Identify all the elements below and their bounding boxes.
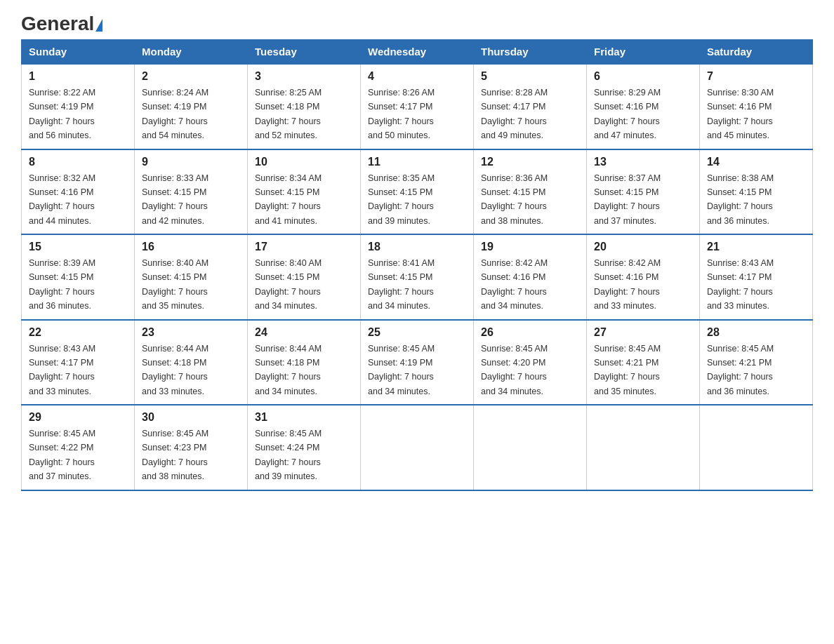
logo: General [21, 14, 102, 34]
calendar-week-row: 15 Sunrise: 8:39 AMSunset: 4:15 PMDaylig… [22, 234, 813, 320]
col-header-saturday: Saturday [700, 40, 813, 65]
day-info: Sunrise: 8:37 AMSunset: 4:15 PMDaylight:… [594, 173, 661, 226]
day-info: Sunrise: 8:29 AMSunset: 4:16 PMDaylight:… [594, 88, 661, 140]
calendar-header-row: SundayMondayTuesdayWednesdayThursdayFrid… [22, 40, 813, 65]
day-info: Sunrise: 8:35 AMSunset: 4:15 PMDaylight:… [368, 173, 435, 226]
day-info: Sunrise: 8:34 AMSunset: 4:15 PMDaylight:… [255, 173, 322, 226]
calendar-cell: 31 Sunrise: 8:45 AMSunset: 4:24 PMDaylig… [248, 405, 361, 490]
day-info: Sunrise: 8:44 AMSunset: 4:18 PMDaylight:… [255, 344, 322, 396]
day-number: 16 [142, 241, 240, 253]
calendar-cell: 11 Sunrise: 8:35 AMSunset: 4:15 PMDaylig… [361, 149, 474, 235]
day-info: Sunrise: 8:41 AMSunset: 4:15 PMDaylight:… [368, 258, 435, 311]
day-number: 19 [481, 241, 579, 253]
day-info: Sunrise: 8:28 AMSunset: 4:17 PMDaylight:… [481, 88, 548, 140]
calendar-table: SundayMondayTuesdayWednesdayThursdayFrid… [21, 39, 813, 491]
calendar-cell: 21 Sunrise: 8:43 AMSunset: 4:17 PMDaylig… [700, 234, 813, 320]
calendar-cell: 16 Sunrise: 8:40 AMSunset: 4:15 PMDaylig… [135, 234, 248, 320]
calendar-cell: 30 Sunrise: 8:45 AMSunset: 4:23 PMDaylig… [135, 405, 248, 490]
calendar-cell [587, 405, 700, 490]
calendar-cell: 19 Sunrise: 8:42 AMSunset: 4:16 PMDaylig… [474, 234, 587, 320]
day-number: 2 [142, 70, 240, 83]
day-info: Sunrise: 8:42 AMSunset: 4:16 PMDaylight:… [594, 258, 661, 311]
day-info: Sunrise: 8:33 AMSunset: 4:15 PMDaylight:… [142, 173, 208, 226]
day-number: 25 [368, 326, 466, 339]
calendar-week-row: 8 Sunrise: 8:32 AMSunset: 4:16 PMDayligh… [22, 149, 813, 235]
calendar-cell [361, 405, 474, 490]
logo-area: General [21, 14, 102, 32]
calendar-week-row: 29 Sunrise: 8:45 AMSunset: 4:22 PMDaylig… [22, 405, 813, 490]
day-number: 11 [368, 156, 466, 168]
day-number: 20 [594, 241, 692, 253]
day-number: 22 [29, 326, 127, 339]
day-info: Sunrise: 8:32 AMSunset: 4:16 PMDaylight:… [29, 173, 95, 226]
day-number: 23 [142, 326, 240, 339]
calendar-cell: 24 Sunrise: 8:44 AMSunset: 4:18 PMDaylig… [248, 320, 361, 405]
calendar-cell: 27 Sunrise: 8:45 AMSunset: 4:21 PMDaylig… [587, 320, 700, 405]
calendar-cell: 12 Sunrise: 8:36 AMSunset: 4:15 PMDaylig… [474, 149, 587, 235]
calendar-cell: 6 Sunrise: 8:29 AMSunset: 4:16 PMDayligh… [587, 64, 700, 149]
day-info: Sunrise: 8:45 AMSunset: 4:24 PMDaylight:… [255, 429, 322, 481]
calendar-cell: 28 Sunrise: 8:45 AMSunset: 4:21 PMDaylig… [700, 320, 813, 405]
day-info: Sunrise: 8:39 AMSunset: 4:15 PMDaylight:… [29, 258, 95, 311]
col-header-friday: Friday [587, 40, 700, 65]
calendar-cell: 7 Sunrise: 8:30 AMSunset: 4:16 PMDayligh… [700, 64, 813, 149]
day-info: Sunrise: 8:40 AMSunset: 4:15 PMDaylight:… [255, 258, 322, 311]
day-number: 15 [29, 241, 127, 253]
calendar-cell: 5 Sunrise: 8:28 AMSunset: 4:17 PMDayligh… [474, 64, 587, 149]
logo-text: General [21, 13, 102, 34]
day-number: 3 [255, 70, 353, 83]
day-number: 24 [255, 326, 353, 339]
calendar-cell: 10 Sunrise: 8:34 AMSunset: 4:15 PMDaylig… [248, 149, 361, 235]
day-number: 7 [707, 70, 805, 83]
day-info: Sunrise: 8:43 AMSunset: 4:17 PMDaylight:… [29, 344, 95, 396]
day-info: Sunrise: 8:24 AMSunset: 4:19 PMDaylight:… [142, 88, 208, 140]
calendar-cell: 15 Sunrise: 8:39 AMSunset: 4:15 PMDaylig… [22, 234, 135, 320]
day-number: 17 [255, 241, 353, 253]
day-info: Sunrise: 8:22 AMSunset: 4:19 PMDaylight:… [29, 88, 95, 140]
col-header-monday: Monday [135, 40, 248, 65]
day-info: Sunrise: 8:36 AMSunset: 4:15 PMDaylight:… [481, 173, 548, 226]
calendar-cell: 2 Sunrise: 8:24 AMSunset: 4:19 PMDayligh… [135, 64, 248, 149]
day-info: Sunrise: 8:45 AMSunset: 4:21 PMDaylight:… [707, 344, 774, 396]
day-info: Sunrise: 8:30 AMSunset: 4:16 PMDaylight:… [707, 88, 774, 140]
col-header-sunday: Sunday [22, 40, 135, 65]
calendar-cell: 3 Sunrise: 8:25 AMSunset: 4:18 PMDayligh… [248, 64, 361, 149]
day-info: Sunrise: 8:45 AMSunset: 4:23 PMDaylight:… [142, 429, 208, 481]
calendar-cell: 23 Sunrise: 8:44 AMSunset: 4:18 PMDaylig… [135, 320, 248, 405]
day-number: 28 [707, 326, 805, 339]
day-number: 9 [142, 156, 240, 168]
day-info: Sunrise: 8:25 AMSunset: 4:18 PMDaylight:… [255, 88, 322, 140]
day-number: 12 [481, 156, 579, 168]
calendar-cell: 26 Sunrise: 8:45 AMSunset: 4:20 PMDaylig… [474, 320, 587, 405]
calendar-cell: 20 Sunrise: 8:42 AMSunset: 4:16 PMDaylig… [587, 234, 700, 320]
col-header-wednesday: Wednesday [361, 40, 474, 65]
day-info: Sunrise: 8:45 AMSunset: 4:20 PMDaylight:… [481, 344, 548, 396]
day-number: 26 [481, 326, 579, 339]
day-number: 21 [707, 241, 805, 253]
calendar-week-row: 1 Sunrise: 8:22 AMSunset: 4:19 PMDayligh… [22, 64, 813, 149]
calendar-cell: 1 Sunrise: 8:22 AMSunset: 4:19 PMDayligh… [22, 64, 135, 149]
calendar-cell: 14 Sunrise: 8:38 AMSunset: 4:15 PMDaylig… [700, 149, 813, 235]
calendar-cell: 9 Sunrise: 8:33 AMSunset: 4:15 PMDayligh… [135, 149, 248, 235]
day-info: Sunrise: 8:26 AMSunset: 4:17 PMDaylight:… [368, 88, 435, 140]
calendar-cell: 13 Sunrise: 8:37 AMSunset: 4:15 PMDaylig… [587, 149, 700, 235]
day-number: 4 [368, 70, 466, 83]
calendar-cell: 25 Sunrise: 8:45 AMSunset: 4:19 PMDaylig… [361, 320, 474, 405]
day-number: 10 [255, 156, 353, 168]
calendar-cell: 17 Sunrise: 8:40 AMSunset: 4:15 PMDaylig… [248, 234, 361, 320]
day-info: Sunrise: 8:43 AMSunset: 4:17 PMDaylight:… [707, 258, 774, 311]
day-info: Sunrise: 8:42 AMSunset: 4:16 PMDaylight:… [481, 258, 548, 311]
day-number: 29 [29, 411, 127, 424]
day-number: 31 [255, 411, 353, 424]
day-number: 1 [29, 70, 127, 83]
day-number: 8 [29, 156, 127, 168]
calendar-cell [474, 405, 587, 490]
calendar-cell: 22 Sunrise: 8:43 AMSunset: 4:17 PMDaylig… [22, 320, 135, 405]
calendar-week-row: 22 Sunrise: 8:43 AMSunset: 4:17 PMDaylig… [22, 320, 813, 405]
calendar-cell: 29 Sunrise: 8:45 AMSunset: 4:22 PMDaylig… [22, 405, 135, 490]
calendar-cell: 8 Sunrise: 8:32 AMSunset: 4:16 PMDayligh… [22, 149, 135, 235]
page-header: General [21, 14, 813, 32]
calendar-cell: 4 Sunrise: 8:26 AMSunset: 4:17 PMDayligh… [361, 64, 474, 149]
day-number: 27 [594, 326, 692, 339]
day-number: 6 [594, 70, 692, 83]
